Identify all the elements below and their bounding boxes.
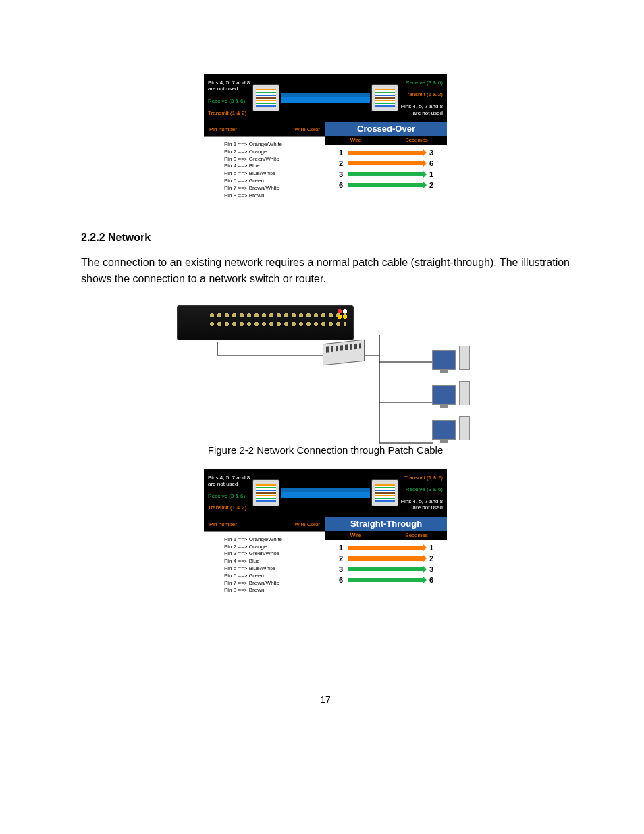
- pin-header-number: Pin number: [209, 521, 237, 527]
- arrow-icon: [348, 161, 424, 165]
- wire-to: 6: [429, 576, 433, 584]
- pin-header-color: Wire Color: [294, 521, 320, 527]
- pin-row: Pin 2 ==> Orange: [224, 149, 319, 156]
- label-receive-right: Receive (3 & 6): [398, 80, 443, 86]
- pin-row: Pin 1 ==> Orange/White: [224, 141, 319, 149]
- figure-crossover-pinout: Pins 4, 5, 7 and 8 are not used Receive …: [81, 74, 570, 205]
- wire-to: 1: [429, 170, 433, 178]
- arrow-icon: [348, 578, 424, 582]
- pin-row: Pin 6 ==> Green: [224, 178, 319, 185]
- wire-to: 2: [429, 554, 433, 563]
- straight-sub-wire: Wire: [325, 531, 386, 540]
- arrow-icon: [348, 567, 424, 571]
- straight-diagram: Pins 4, 5, 7 and 8 are not used Receive …: [204, 469, 447, 600]
- rj45-plug-left-icon: [252, 84, 279, 111]
- wire-from: 3: [339, 565, 343, 573]
- label-transmit-left: Transmit (1 & 2): [208, 110, 252, 117]
- label-receive-left: Receive (3 & 6): [208, 98, 252, 105]
- pin-rows-straight: Pin 1 ==> Orange/WhitePin 2 ==> OrangePi…: [204, 532, 325, 600]
- arrow-icon: [348, 556, 424, 561]
- wire-to: 3: [429, 565, 433, 573]
- pin-row: Pin 2 ==> Orange: [224, 544, 319, 551]
- crossover-sub-becomes: Becomes: [386, 136, 447, 145]
- crossover-sub-wire: Wire: [325, 136, 386, 145]
- section-title-network: 2.2.2 Network: [81, 232, 570, 244]
- arrow-icon: [348, 151, 424, 155]
- arrow-icon: [348, 172, 424, 176]
- section-body-network: The connection to an existing network re…: [81, 255, 570, 286]
- rj45-plug-right-icon: [371, 84, 398, 111]
- pin-row: Pin 5 ==> Blue/White: [224, 170, 319, 178]
- crossover-diagram: Pins 4, 5, 7 and 8 are not used Receive …: [204, 74, 447, 205]
- wire-from: 1: [339, 149, 343, 157]
- wire-from: 2: [339, 554, 343, 563]
- pin-rows-crossover: Pin 1 ==> Orange/WhitePin 2 ==> OrangePi…: [204, 137, 325, 205]
- wire-from: 3: [339, 170, 343, 178]
- arrow-icon: [348, 546, 424, 550]
- pin-row: Pin 8 ==> Brown: [224, 587, 319, 594]
- wire-to: 1: [429, 544, 433, 552]
- wire-to: 2: [429, 181, 433, 189]
- pin-header-number: Pin number: [209, 126, 237, 132]
- straight-title: Straight-Through: [325, 517, 447, 531]
- crossover-map-rows: 1 3 2 6 3 1 6 2: [325, 145, 447, 196]
- wire-from: 6: [339, 576, 343, 584]
- label-transmit-right: Transmit (1 & 2): [398, 475, 443, 481]
- pin-row: Pin 5 ==> Blue/White: [224, 565, 319, 573]
- wire-from: 2: [339, 159, 343, 167]
- wire-map-row: 6 2: [333, 180, 439, 190]
- wire-map-row: 3 3: [333, 564, 439, 575]
- pin-row: Pin 3 ==> Green/White: [224, 156, 319, 163]
- wire-to: 6: [429, 159, 433, 167]
- label-unused-right: Pins 4, 5, 7 and 8 are not used: [398, 498, 443, 511]
- crossover-title: Crossed-Over: [325, 122, 447, 136]
- pin-row: Pin 4 ==> Blue: [224, 558, 319, 565]
- wire-map-row: 1 1: [333, 542, 439, 553]
- label-receive-left: Receive (3 & 6): [208, 493, 252, 500]
- rj45-plug-right-icon: [371, 479, 398, 506]
- pin-row: Pin 3 ==> Green/White: [224, 550, 319, 558]
- figure-straight-pinout: Pins 4, 5, 7 and 8 are not used Receive …: [81, 469, 570, 600]
- label-transmit-right: Transmit (1 & 2): [398, 91, 443, 98]
- pin-header-color: Wire Color: [294, 126, 320, 132]
- wire-map-row: 2 6: [333, 158, 439, 169]
- wire-from: 1: [339, 544, 343, 552]
- label-transmit-left: Transmit (1 & 2): [208, 504, 252, 511]
- pin-row: Pin 6 ==> Green: [224, 573, 319, 580]
- pin-row: Pin 1 ==> Orange/White: [224, 536, 319, 544]
- wire-map-row: 2 2: [333, 553, 439, 564]
- label-receive-right: Receive (3 & 6): [398, 486, 443, 493]
- pin-row: Pin 8 ==> Brown: [224, 192, 319, 200]
- wire-from: 6: [339, 181, 343, 189]
- cable-icon: [281, 488, 370, 498]
- page-number: 17: [81, 694, 570, 705]
- wire-map-row: 3 1: [333, 169, 439, 180]
- wire-to: 3: [429, 149, 433, 157]
- pin-row: Pin 4 ==> Blue: [224, 163, 319, 170]
- pin-row: Pin 7 ==> Brown/White: [224, 185, 319, 192]
- label-unused-left: Pins 4, 5, 7 and 8 are not used: [208, 80, 252, 93]
- label-unused-left: Pins 4, 5, 7 and 8 are not used: [208, 475, 252, 488]
- wire-map-row: 1 3: [333, 147, 439, 158]
- figure-network-topology: Figure 2-2 Network Connection through Pa…: [81, 305, 570, 456]
- cable-icon: [281, 93, 370, 103]
- label-unused-right: Pins 4, 5, 7 and 8 are not used: [398, 103, 443, 116]
- straight-sub-becomes: Becomes: [386, 531, 447, 540]
- arrow-icon: [348, 183, 424, 187]
- pin-row: Pin 7 ==> Brown/White: [224, 580, 319, 588]
- rj45-plug-left-icon: [252, 479, 279, 506]
- straight-map-rows: 1 1 2 2 3 3 6 6: [325, 540, 447, 591]
- wire-map-row: 6 6: [333, 575, 439, 585]
- network-switch-icon: [323, 339, 365, 365]
